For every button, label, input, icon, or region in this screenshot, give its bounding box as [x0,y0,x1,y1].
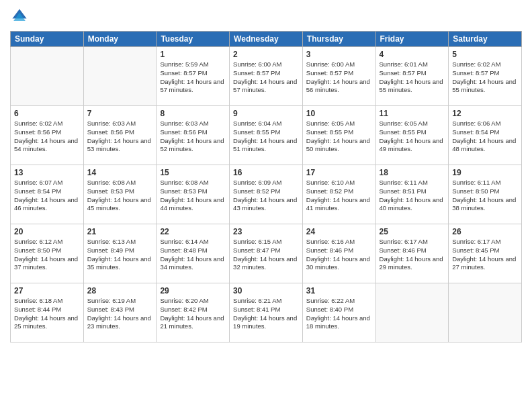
sunset: Sunset: 8:56 PM [87,128,134,136]
weekday-header-monday: Monday [83,32,157,47]
sunrise: Sunrise: 6:08 AM [160,179,208,186]
daylight: Daylight: 14 hours and 27 minutes. [452,255,516,271]
daylight: Daylight: 14 hours and 55 minutes. [452,78,516,94]
day-info: Sunrise: 6:03 AMSunset: 8:56 PMDaylight:… [160,120,226,154]
calendar-cell: 14Sunrise: 6:08 AMSunset: 8:53 PMDayligh… [83,165,157,224]
sunset: Sunset: 8:46 PM [380,246,427,254]
sunset: Sunset: 8:50 PM [452,187,499,195]
sunset: Sunset: 8:45 PM [452,246,499,254]
daylight: Daylight: 14 hours and 19 minutes. [233,314,297,330]
daylight: Daylight: 14 hours and 48 minutes. [452,137,516,153]
daylight: Daylight: 14 hours and 25 minutes. [14,314,78,330]
day-number: 19 [452,168,518,177]
sunrise: Sunrise: 6:05 AM [380,120,428,127]
calendar-cell: 17Sunrise: 6:10 AMSunset: 8:52 PMDayligh… [302,165,375,224]
day-number: 21 [87,227,153,236]
daylight: Daylight: 14 hours and 34 minutes. [160,255,224,271]
day-number: 29 [160,286,226,295]
calendar-cell: 19Sunrise: 6:11 AMSunset: 8:50 PMDayligh… [449,165,522,224]
day-number: 3 [306,50,372,59]
day-number: 6 [14,109,80,118]
day-number: 26 [452,227,518,236]
day-info: Sunrise: 6:21 AMSunset: 8:41 PMDaylight:… [233,297,299,331]
day-info: Sunrise: 6:06 AMSunset: 8:54 PMDaylight:… [452,120,518,154]
day-number: 11 [380,109,445,118]
day-number: 5 [452,50,518,59]
day-number: 15 [160,168,226,177]
daylight: Daylight: 14 hours and 18 minutes. [306,314,370,330]
calendar-cell: 29Sunrise: 6:20 AMSunset: 8:42 PMDayligh… [157,283,230,342]
calendar-cell: 21Sunrise: 6:13 AMSunset: 8:49 PMDayligh… [83,224,157,283]
day-number: 7 [87,109,153,118]
calendar-table: SundayMondayTuesdayWednesdayThursdayFrid… [10,31,522,342]
day-info: Sunrise: 6:08 AMSunset: 8:53 PMDaylight:… [160,179,226,213]
day-number: 17 [306,168,372,177]
sunrise: Sunrise: 6:03 AM [87,120,136,127]
day-number: 9 [233,109,299,118]
day-info: Sunrise: 6:00 AMSunset: 8:57 PMDaylight:… [306,60,372,95]
sunrise: Sunrise: 6:20 AM [160,297,208,304]
calendar-cell: 24Sunrise: 6:16 AMSunset: 8:46 PMDayligh… [302,224,375,283]
sunset: Sunset: 8:42 PM [160,306,207,313]
day-info: Sunrise: 6:18 AMSunset: 8:44 PMDaylight:… [14,297,80,331]
weekday-header-wednesday: Wednesday [230,32,303,47]
day-number: 10 [306,109,372,118]
day-info: Sunrise: 6:11 AMSunset: 8:50 PMDaylight:… [452,179,518,213]
calendar-cell: 1Sunrise: 5:59 AMSunset: 8:57 PMDaylight… [157,47,230,106]
day-number: 22 [160,227,226,236]
sunset: Sunset: 8:56 PM [160,128,207,136]
sunrise: Sunrise: 6:06 AM [452,120,500,127]
daylight: Daylight: 14 hours and 49 minutes. [380,137,443,153]
day-number: 2 [233,50,299,59]
calendar-cell [11,47,84,106]
sunrise: Sunrise: 6:16 AM [306,238,355,245]
day-number: 18 [380,168,445,177]
daylight: Daylight: 14 hours and 54 minutes. [14,137,78,153]
calendar-cell: 12Sunrise: 6:06 AMSunset: 8:54 PMDayligh… [449,106,522,165]
day-info: Sunrise: 6:05 AMSunset: 8:55 PMDaylight:… [306,120,372,154]
day-info: Sunrise: 5:59 AMSunset: 8:57 PMDaylight:… [160,60,226,95]
day-number: 20 [14,227,80,236]
day-info: Sunrise: 6:22 AMSunset: 8:40 PMDaylight:… [306,297,372,331]
sunrise: Sunrise: 6:01 AM [380,60,428,68]
sunset: Sunset: 8:57 PM [233,69,280,77]
calendar-cell: 18Sunrise: 6:11 AMSunset: 8:51 PMDayligh… [375,165,449,224]
day-number: 23 [233,227,299,236]
day-info: Sunrise: 6:00 AMSunset: 8:57 PMDaylight:… [233,60,299,95]
sunrise: Sunrise: 6:10 AM [306,179,355,186]
calendar-cell: 9Sunrise: 6:04 AMSunset: 8:55 PMDaylight… [230,106,303,165]
sunrise: Sunrise: 6:15 AM [233,238,281,245]
sunrise: Sunrise: 6:17 AM [452,238,500,245]
day-info: Sunrise: 6:20 AMSunset: 8:42 PMDaylight:… [160,297,226,331]
daylight: Daylight: 14 hours and 40 minutes. [380,196,443,212]
weekday-header-tuesday: Tuesday [157,32,230,47]
sunset: Sunset: 8:51 PM [380,187,427,195]
calendar-cell: 31Sunrise: 6:22 AMSunset: 8:40 PMDayligh… [302,283,375,342]
sunset: Sunset: 8:52 PM [233,187,280,195]
daylight: Daylight: 14 hours and 35 minutes. [87,255,151,271]
day-info: Sunrise: 6:08 AMSunset: 8:53 PMDaylight:… [87,179,153,213]
sunset: Sunset: 8:48 PM [160,246,207,254]
day-number: 13 [14,168,80,177]
calendar-cell: 11Sunrise: 6:05 AMSunset: 8:55 PMDayligh… [375,106,449,165]
sunrise: Sunrise: 6:17 AM [380,238,428,245]
day-info: Sunrise: 6:10 AMSunset: 8:52 PMDaylight:… [306,179,372,213]
calendar-cell: 23Sunrise: 6:15 AMSunset: 8:47 PMDayligh… [230,224,303,283]
daylight: Daylight: 14 hours and 29 minutes. [380,255,443,271]
weekday-header-thursday: Thursday [302,32,375,47]
sunset: Sunset: 8:56 PM [14,128,61,136]
day-info: Sunrise: 6:01 AMSunset: 8:57 PMDaylight:… [380,60,445,95]
sunset: Sunset: 8:55 PM [380,128,427,136]
daylight: Daylight: 14 hours and 57 minutes. [160,78,224,94]
weekday-header-friday: Friday [375,32,449,47]
daylight: Daylight: 14 hours and 50 minutes. [306,137,370,153]
daylight: Daylight: 14 hours and 32 minutes. [233,255,297,271]
day-info: Sunrise: 6:05 AMSunset: 8:55 PMDaylight:… [380,120,445,154]
day-number: 27 [14,286,80,295]
sunrise: Sunrise: 6:09 AM [233,179,281,186]
calendar-cell: 28Sunrise: 6:19 AMSunset: 8:43 PMDayligh… [83,283,157,342]
sunrise: Sunrise: 6:04 AM [233,120,281,127]
sunset: Sunset: 8:55 PM [233,128,280,136]
sunrise: Sunrise: 6:07 AM [14,179,62,186]
day-number: 25 [380,227,445,236]
